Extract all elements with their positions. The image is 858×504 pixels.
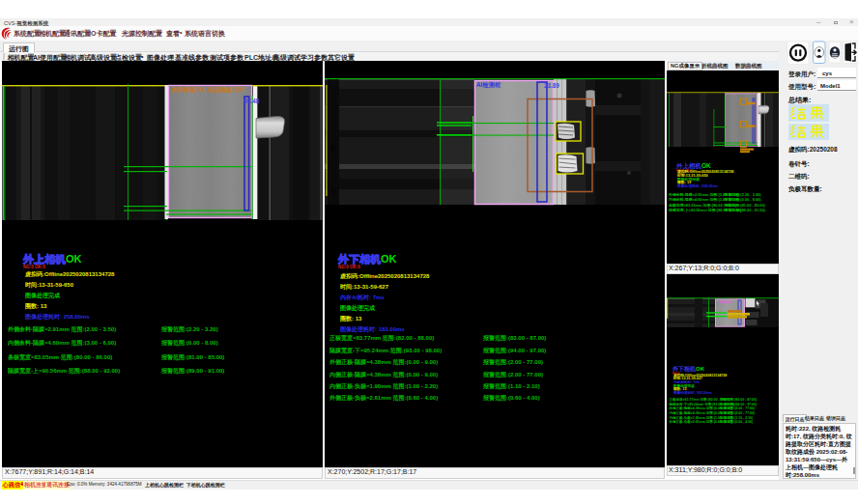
svg-text:报警范围:(81.00 - 85.00): 报警范围:(81.00 - 85.00) <box>724 203 766 208</box>
svg-text:报警范围:(83.00 - 87.00): 报警范围:(83.00 - 87.00) <box>719 397 757 402</box>
svg-text:93.48: 93.48 <box>244 98 260 104</box>
svg-text:报警范围:(2.00 - 77.00): 报警范围:(2.00 - 77.00) <box>719 410 755 415</box>
svg-text:AI检测框: AI检测框 <box>476 81 501 89</box>
svg-text:报警范围:(94.00 - 97.00): 报警范围:(94.00 - 97.00) <box>719 402 757 406</box>
svg-text:灰阶阈值:93, 动态阈值:100: 灰阶阈值:93, 动态阈值:100 <box>170 86 244 94</box>
svg-text:图像处理耗时: 258.00ms: 图像处理耗时: 258.00ms <box>677 183 718 188</box>
svg-text:报警范围:(0.60 - 4.00): 报警范围:(0.60 - 4.00) <box>719 419 753 424</box>
svg-text:报警范围:(1.10 - 2.10): 报警范围:(1.10 - 2.10) <box>719 415 753 420</box>
svg-text:报警范围:(2.00 - 77.00): 报警范围:(2.00 - 77.00) <box>719 406 755 410</box>
svg-text:23.89: 23.89 <box>544 82 559 89</box>
svg-text:AI检测框: AI检测框 <box>719 300 732 304</box>
svg-text:报警范围:(0.00 - 8.00): 报警范围:(0.00 - 8.00) <box>724 197 762 202</box>
svg-text:报警范围:(89.00 - 91.00): 报警范围:(89.00 - 91.00) <box>724 208 766 212</box>
svg-text:图像处理耗时: 183.00ms: 图像处理耗时: 183.00ms <box>673 390 712 395</box>
